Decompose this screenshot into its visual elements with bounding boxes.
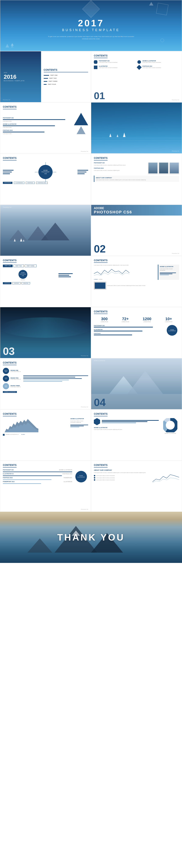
slide-2016: 2016 2016 BUSINESS TEMPLATE Photoshop Cs… bbox=[0, 51, 91, 102]
presentation-grid: 2017 BUSINESS TEMPLATE To gain cover you… bbox=[0, 0, 182, 563]
slide-stats: CONTENTS 300 LOREM IPSUM 72+ LOREM IPSUM… bbox=[91, 307, 182, 358]
slide-about-chart: CONTENTS ABOUT OUR COMPANY Lorem ipsum d… bbox=[91, 461, 182, 512]
slide-04: ADOBE ILLUSTRATOR 04 bbox=[91, 358, 182, 409]
slide3-contents: CONTENTS bbox=[94, 54, 108, 58]
slide-wave: CONTENTS Lorem ipsum dolor sit amet cons… bbox=[91, 256, 182, 307]
thankyou-text: THANK YOU bbox=[57, 532, 125, 542]
slide-thankyou: THANK YOU bbox=[0, 512, 182, 563]
slide6-contents: CONTENTS bbox=[3, 157, 17, 160]
slide2-part1: PART ONE bbox=[44, 74, 88, 76]
slide2-year: 2016 bbox=[4, 74, 37, 80]
mountain-chart bbox=[3, 418, 38, 432]
slide2-part2: PART TWO bbox=[44, 78, 88, 79]
line-chart bbox=[152, 469, 179, 484]
slide2-contents: CONTENTS bbox=[44, 68, 88, 72]
slide2-part4: PART FOUR bbox=[44, 84, 88, 85]
hero-title: BUSINESS TEMPLATE bbox=[47, 28, 135, 32]
slide-hero: 2017 BUSINESS TEMPLATE To gain cover you… bbox=[0, 0, 182, 51]
slide-illustrator-labels: CONTENTS PHOTOSHOP CS6 ADOBE ILLUSTRATOR… bbox=[0, 461, 91, 512]
slide4-contents: CONTENTS bbox=[3, 105, 17, 109]
hero-year: 2017 bbox=[47, 18, 135, 28]
slide2-part3: PART THREE bbox=[44, 81, 88, 82]
slide3-label3: FONTFACE 2013 bbox=[142, 66, 161, 67]
slide-circles: CONTENTS PHOTOSHOP DESIGN ONE Lorem ipsu… bbox=[0, 358, 91, 409]
slide2-subtitle: BUSINESS TEMPLATE bbox=[4, 80, 37, 82]
wave-chart bbox=[94, 267, 129, 277]
slide-02: 02 Photoshop Cs6 ADOBE PHOTOSHOP CS6 bbox=[91, 205, 182, 256]
slide-contents-icons: CONTENTS PHOTOSHOP CS6 Lorem ipsum dolor… bbox=[91, 51, 182, 102]
slide-persons: CONTENTS PHOTOSHOP CS6 Lorem ipsum dolor… bbox=[91, 154, 182, 205]
slide3-label2: ADOBE ILLUSTRATOR bbox=[142, 60, 161, 61]
slide-barchart: CONTENTS ADOBE ILLUSTRATOR CS 53.36% ADO… bbox=[0, 409, 91, 461]
slide-mountain: Photoshop Cs6 bbox=[0, 205, 91, 256]
slide-contents-triangle: CONTENTS PHOTOSHOP CS6 Lorem ipsum dolor… bbox=[0, 102, 91, 154]
slide-adobe-central: CONTENTS ADOBEPHOTOSHOPCS6 PHOTOSHOP bbox=[0, 154, 91, 205]
slide3-number: 01 bbox=[94, 91, 105, 101]
slide3-label1: PHOTOSHOP CS6 bbox=[99, 60, 118, 61]
hero-tagline: To gain cover your weekends, prudence is… bbox=[47, 35, 135, 40]
slide-contents-tags: CONTENTS PART ONE PART TWO PART THREE AD… bbox=[0, 256, 91, 307]
slide-pie: CONTENTS ADOBE ILLUSTRATOR Lorem ipsum d… bbox=[91, 409, 182, 461]
slide-03: 03 Photoshop Cs6 bbox=[0, 307, 91, 358]
pie-chart bbox=[163, 418, 177, 432]
slide-sailboats: Photoshop Cs6 bbox=[91, 102, 182, 154]
